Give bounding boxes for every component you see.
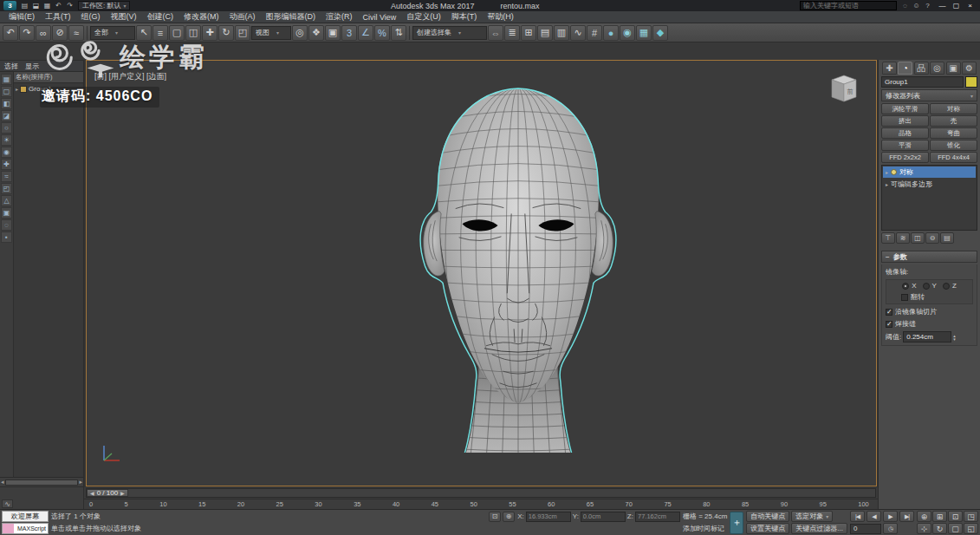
select-manipulate-icon[interactable]: ❖ (308, 25, 324, 41)
threshold-field[interactable]: 0.254cm (903, 331, 951, 343)
previous-key-icon[interactable]: ◀ (90, 490, 94, 496)
select-link-icon[interactable]: ∞ (36, 25, 51, 41)
redo-icon[interactable]: ↷ (65, 2, 75, 10)
menu-item[interactable]: 编辑(E) (3, 11, 40, 23)
undo-icon[interactable]: ↶ (54, 2, 63, 10)
filter-containers-icon[interactable]: ▣ (1, 207, 12, 219)
scene-explorer-column-header[interactable]: 名称(按排序) (14, 72, 83, 83)
axis-z-radio[interactable]: Z (943, 282, 957, 290)
select-invert-icon[interactable]: ◧ (1, 98, 12, 109)
maxscript-mini-listener[interactable]: MAXScript (2, 523, 49, 534)
orbit-icon[interactable]: ↻ (932, 523, 947, 534)
selection-region-icon[interactable]: ▢ (169, 25, 185, 41)
tab-utilities[interactable]: ⚙ (962, 62, 977, 75)
menu-item[interactable]: 渲染(R) (321, 11, 358, 23)
menu-item[interactable]: 脚本(T) (446, 11, 483, 23)
use-pivot-center-icon[interactable]: ◎ (292, 25, 308, 41)
filter-groups-icon[interactable]: ◰ (1, 183, 12, 194)
tab-display[interactable]: ▣ (946, 62, 961, 75)
viewport-label[interactable]: [前] [用户定义] [边面] (94, 71, 166, 82)
render-setup-icon[interactable]: ◉ (620, 25, 635, 41)
object-color-swatch[interactable] (965, 76, 977, 88)
layer-manager-icon[interactable]: ▤ (537, 25, 553, 41)
filter-cameras-icon[interactable]: ◉ (1, 147, 12, 158)
tab-create[interactable]: ✚ (882, 62, 897, 75)
filter-shapes-icon[interactable]: ○ (1, 122, 12, 134)
make-unique-icon[interactable]: ◫ (911, 232, 925, 244)
selection-filter-dropdown[interactable]: 全部 (90, 26, 135, 40)
stack-item-editable-poly[interactable]: 可编辑多边形 (883, 179, 976, 190)
time-slider-track[interactable]: ◀ 0 / 100 ▶ (86, 488, 876, 498)
open-file-icon[interactable]: ⬓ (31, 2, 41, 10)
viewcube[interactable]: 前 (826, 72, 862, 108)
render-production-icon[interactable]: ◆ (652, 25, 668, 41)
save-file-icon[interactable]: ▦ (42, 2, 52, 10)
select-scale-icon[interactable]: ◰ (235, 25, 250, 41)
select-object-icon[interactable]: ↖ (136, 25, 152, 41)
tab-modify[interactable]: ◔ (898, 62, 912, 75)
axis-x-radio[interactable]: X (902, 282, 916, 290)
scene-explorer-menu-item[interactable]: 选择 (4, 62, 18, 71)
zoom-extents-icon[interactable]: ⊡ (948, 511, 963, 522)
maximize-viewport-icon[interactable]: ◱ (964, 523, 978, 534)
sign-in-icon[interactable]: ☺ (912, 1, 921, 10)
menu-item[interactable]: 视图(V) (106, 11, 142, 23)
filter-spacewarps-icon[interactable]: ≈ (1, 171, 12, 182)
workspace-selector[interactable]: 工作区: 默认 (78, 1, 130, 10)
bind-spacewarp-icon[interactable]: ≈ (68, 25, 84, 41)
angle-snap-icon[interactable]: ∠ (358, 25, 373, 41)
unlink-icon[interactable]: ⊘ (52, 25, 68, 41)
key-filters-button[interactable]: 关键点过滤器... (791, 523, 847, 534)
head-model[interactable] (391, 80, 645, 453)
pin-explorer-icon[interactable]: ▪ (1, 232, 12, 243)
y-coordinate-field[interactable] (581, 512, 626, 522)
modifier-enabled-icon[interactable] (891, 169, 897, 175)
zoom-icon[interactable]: ⊕ (917, 511, 931, 522)
menu-item[interactable]: 自定义(U) (401, 11, 446, 23)
filter-lights-icon[interactable]: ☀ (1, 134, 12, 146)
maximize-button[interactable]: ▢ (950, 1, 963, 10)
scene-explorer-scrollbar[interactable]: ◂ ▸ (0, 477, 83, 486)
material-editor-icon[interactable]: ● (603, 25, 619, 41)
scroll-left-icon[interactable]: ◂ (1, 479, 4, 486)
scene-explorer-toggle-icon[interactable]: ⊞ (521, 25, 536, 41)
tab-hierarchy[interactable]: 品 (914, 62, 929, 75)
scene-explorer-item[interactable]: Group1 (14, 83, 83, 95)
filter-geometry-icon[interactable]: ◪ (1, 110, 12, 121)
axis-y-radio[interactable]: Y (923, 282, 937, 290)
show-end-result-icon[interactable]: ≋ (896, 232, 910, 244)
select-all-icon[interactable]: ▦ (1, 74, 12, 85)
menu-item[interactable]: 帮助(H) (482, 11, 519, 23)
absolute-mode-icon[interactable]: ⊕ (503, 512, 515, 522)
align-icon[interactable]: ≣ (504, 25, 520, 41)
menu-item[interactable]: 组(G) (76, 11, 106, 23)
set-key-button[interactable]: 设置关键点 (746, 523, 789, 534)
flip-checkbox[interactable]: 翻转 (901, 292, 925, 302)
curve-editor-icon[interactable]: ∿ (570, 25, 586, 41)
select-move-icon[interactable]: ✚ (202, 25, 217, 41)
mini-curve-editor-icon[interactable]: ∿ (2, 499, 13, 508)
remove-modifier-icon[interactable]: ⊖ (925, 232, 939, 244)
modifier-button[interactable]: 涡轮平滑 (881, 103, 929, 114)
play-icon[interactable]: ▶ (883, 511, 898, 522)
menu-item[interactable]: Civil View (358, 13, 402, 22)
pan-icon[interactable]: ⊹ (917, 523, 931, 534)
menu-item[interactable]: 动画(A) (224, 11, 261, 23)
modifier-list-dropdown[interactable]: 修改器列表 (881, 89, 977, 101)
keyboard-override-icon[interactable]: ▣ (325, 25, 341, 41)
mirror-icon[interactable]: ⇔ (488, 25, 503, 41)
modifier-button[interactable]: FFD 4x4x4 (930, 152, 977, 163)
add-time-tag[interactable]: 添加时间标记 (683, 523, 727, 534)
find-icon[interactable]: ◌ (1, 219, 12, 231)
modifier-button[interactable]: 对称 (930, 103, 977, 114)
viewport-front[interactable]: [前] [用户定义] [边面] 前 (86, 60, 877, 486)
schematic-view-icon[interactable]: # (587, 25, 602, 41)
next-key-icon[interactable]: ▶ (120, 490, 125, 496)
modifier-button[interactable]: 弯曲 (930, 127, 977, 139)
set-key-selection-dropdown[interactable]: 选定对象 (791, 511, 833, 522)
app-logo-icon[interactable]: 3 (3, 1, 16, 10)
go-to-start-icon[interactable]: |◀ (850, 511, 865, 522)
ribbon-toggle-icon[interactable]: ▥ (554, 25, 569, 41)
time-slider-handle[interactable]: ◀ 0 / 100 ▶ (87, 489, 128, 497)
undo-icon[interactable]: ↶ (3, 25, 18, 41)
